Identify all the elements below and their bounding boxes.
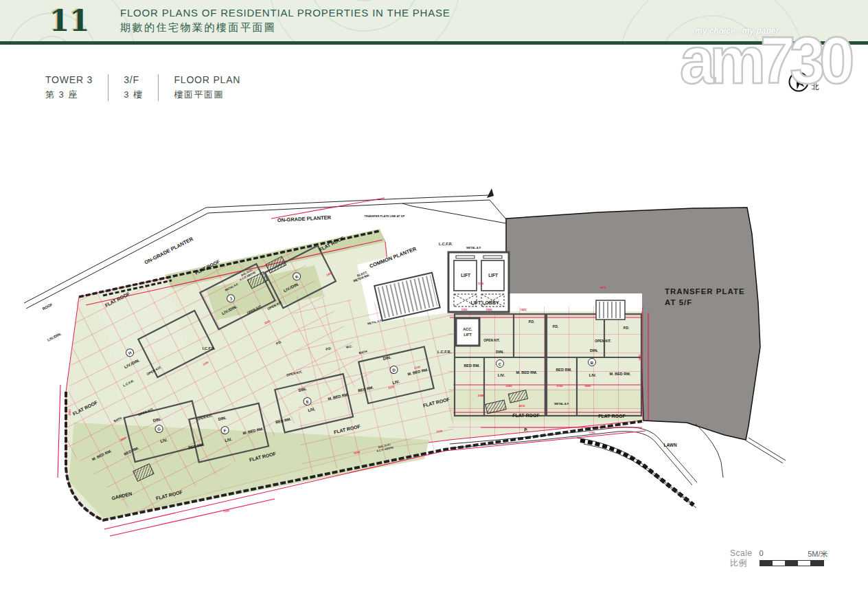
plan-label: L.C.F.R. [439,242,453,246]
plan-label: LIFT LOBBY [470,300,499,305]
plan-label: P. [524,427,527,432]
dimension-number: 1875 [600,286,607,289]
stair-right [596,300,625,320]
dimension-number: 7150 [589,431,596,434]
plan-label: ROOF [42,302,54,311]
plan-label: AT 5/F [665,298,692,306]
plan-label: I.C.F.R. [203,346,216,350]
svg-text:C: C [499,362,502,366]
acc-lift-shaft [456,318,479,346]
svg-text:B: B [591,361,594,365]
dimension-number: 2060 [585,384,592,388]
dimension-number: 1500 [486,308,493,311]
plan-label: FLAT ROOF [598,414,626,419]
plan-label: ON-GRADE PLANTER [144,236,194,266]
dimension-number: 2348 [478,394,485,397]
plan-label: LIV. [498,373,505,377]
plan-label: TRANSFER PLATE LINE AT 5/F [365,214,405,218]
plan-label: OPEN KIT. [595,339,610,343]
boundary-arrow-icon [487,188,494,198]
plan-label: P.D. [529,320,535,324]
plan-label: FLAT ROOF [512,413,540,418]
dimension-number: 1100 [478,282,484,285]
plan-label: LIFT [464,333,472,337]
dimension-number: 3330 [436,430,443,434]
plan-label: DIN. [496,350,504,354]
plan-label: LAWN [663,443,676,447]
dimension-number: 1962 [68,410,71,416]
plan-label: TRANSFER PLATE [665,287,745,296]
floor-plan-drawing: ON-GRADE PLANTERON-GRADE PLANTERCOMMON P… [0,0,868,591]
plan-label: ACC. [463,327,472,331]
dimension-number: 3080 [638,355,641,361]
plan-label: P.D. [624,326,630,330]
plan-label: LIV. [589,373,597,377]
plan-label: BED RM. [556,368,572,372]
plan-label: METAL A.F. [554,402,569,405]
plan-label: METAL A.F. [466,246,481,249]
plan-label: LIFT [461,273,470,278]
plan-label: LIV./DIN. [47,331,62,342]
plan-label: P.D. [553,325,559,328]
plan-label: L.C.F.R. [437,350,452,354]
dimension-number: 4210 [519,404,526,408]
plan-label: OPEN KIT. [483,339,499,342]
plan-label: M. BED RM. [516,370,538,375]
dimension-number: 1425 [521,308,527,311]
plan-label: LIFT [488,273,498,278]
plan-label: BED RM. [464,364,480,368]
plan-label: DIN. [590,348,598,353]
plan-label: M. BED RM. [610,372,631,376]
dimension-number: 1350 [461,308,468,311]
dimension-number: 2100 [557,384,564,388]
dimension-number: 2350 [506,384,513,388]
unit-letter-badge: B [589,359,596,366]
unit-letter-badge: C [496,360,504,368]
